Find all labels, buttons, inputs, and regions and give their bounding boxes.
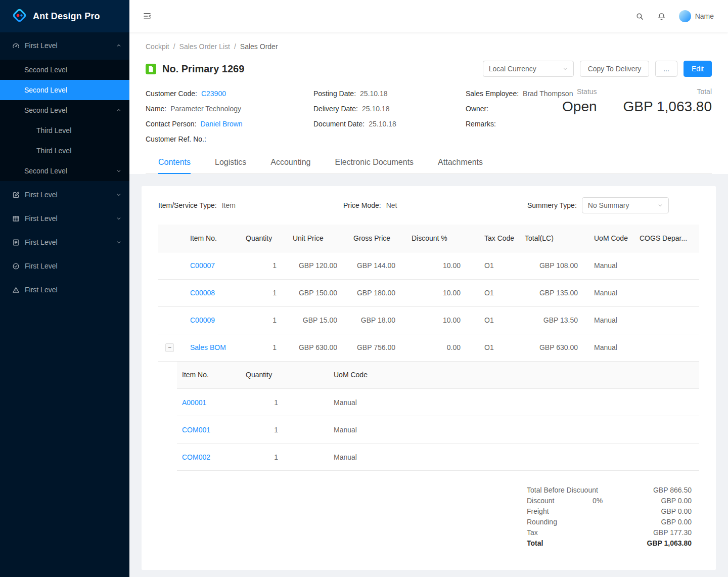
gross-price-cell[interactable]: GBP 18.00 [345, 306, 403, 334]
item-no-link[interactable]: C00008 [190, 289, 215, 297]
sidebar-item-first-level-profile[interactable]: First Level [0, 232, 129, 252]
sidebar-item-second-level-4[interactable]: Second Level [0, 161, 129, 181]
total-label: Total [623, 86, 712, 97]
customer-code-link[interactable]: C23900 [201, 90, 226, 98]
profile-icon [12, 239, 20, 246]
sidebar-item-second-level-2-selected[interactable]: Second Level [0, 80, 129, 100]
unit-price-cell[interactable]: GBP 15.00 [285, 306, 345, 334]
sidebar-item-label: Second Level [24, 106, 67, 114]
sidebar-item-label: First Level [25, 238, 58, 246]
bom-table-row: A00001 1 Manual [177, 389, 699, 416]
totals-label: Freight [527, 506, 593, 517]
sidebar-item-first-level-table[interactable]: First Level [0, 208, 129, 229]
sidebar-item-label: Third Level [36, 126, 71, 135]
totals-value: GBP 866.50 [653, 485, 692, 496]
sidebar-item-third-level-2[interactable]: Third Level [0, 141, 129, 161]
totals-row: Rounding GBP 0.00 [527, 517, 692, 527]
unit-price-cell[interactable]: GBP 150.00 [285, 279, 345, 306]
bom-column-header-uom-code: UoM Code [283, 362, 699, 389]
sidebar-item-second-level-3[interactable]: Second Level [0, 100, 129, 120]
gross-price-cell[interactable]: GBP 180.00 [345, 279, 403, 306]
status-value: Open [562, 97, 597, 116]
sidebar-item-first-level-form[interactable]: First Level [0, 185, 129, 205]
expand-cell: − [158, 334, 182, 361]
bom-uom-code-cell: Manual [283, 416, 699, 443]
chevron-up-icon [116, 108, 121, 113]
totals-row: Total Before Discuount GBP 866.50 [527, 485, 692, 496]
unit-price-cell[interactable]: GBP 120.00 [285, 252, 345, 279]
tax-code-cell: O1 [469, 306, 517, 334]
sidebar-item-label: Second Level [24, 167, 67, 175]
sidebar-item-label: Second Level [24, 86, 67, 94]
sidebar-item-first-level-result[interactable]: First Level [0, 256, 129, 276]
total-block: Total GBP 1,063.80 [623, 86, 712, 116]
bell-icon[interactable] [657, 12, 666, 21]
sidebar-item-label: Third Level [36, 147, 71, 155]
cogs-cell [631, 334, 699, 361]
details-column-1: Customer Code:C23900 Name:Parameter Tech… [146, 86, 313, 147]
sidebar-item-first-level-exception[interactable]: First Level [0, 280, 129, 300]
status-block: Status Open [562, 86, 597, 116]
bom-item-no-link[interactable]: COM002 [182, 453, 210, 461]
breadcrumb-item-cockpit[interactable]: Cockpit [146, 42, 169, 51]
items-table-header: Item No. Quantity Unit Price Gross Price… [158, 225, 699, 252]
tab-logistics[interactable]: Logistics [215, 152, 246, 174]
sidebar-item-label: First Level [25, 286, 58, 294]
bom-quantity-cell: 1 [241, 416, 283, 443]
item-no-link[interactable]: C00009 [190, 316, 215, 324]
sidebar-submenu: Second Level Second Level Second Level T… [0, 60, 129, 181]
currency-select[interactable]: Local Currency [483, 61, 574, 77]
bom-item-no-link[interactable]: COM001 [182, 426, 210, 434]
tax-code-cell: O1 [469, 279, 517, 306]
expand-column-header [158, 225, 182, 252]
edit-button[interactable]: Edit [684, 61, 712, 77]
field-label: Contact Person: [146, 120, 196, 128]
price-mode: Price Mode: Net [343, 201, 527, 209]
summary-type-value: No Summary [588, 201, 629, 209]
discount-cell[interactable]: 10.00 [403, 279, 469, 306]
discount-cell[interactable]: 10.00 [403, 306, 469, 334]
cogs-cell [631, 279, 699, 306]
tab-electronic-documents[interactable]: Electronic Documents [335, 152, 414, 174]
bom-table-row: COM002 1 Manual [177, 443, 699, 471]
item-no-link[interactable]: C00007 [190, 261, 215, 270]
totals-label: Rounding [527, 517, 593, 527]
document-date-value: 25.10.18 [369, 120, 396, 128]
chevron-down-icon [116, 192, 121, 197]
totals-row: Discount 0% GBP 0.00 [527, 496, 692, 506]
discount-cell[interactable]: 10.00 [403, 252, 469, 279]
table-row-sales-bom: − Sales BOM 1 GBP 630.00 GBP 756.00 0.00… [158, 334, 699, 361]
bom-item-no-link[interactable]: A00001 [182, 398, 206, 407]
tab-attachments[interactable]: Attachments [438, 152, 483, 174]
contact-person-link[interactable]: Daniel Brown [200, 120, 242, 128]
field-label: Document Date: [313, 120, 365, 128]
table-icon [12, 215, 20, 223]
tab-accounting[interactable]: Accounting [270, 152, 310, 174]
collapse-row-icon[interactable]: − [165, 343, 174, 352]
totals-value: GBP 177.30 [653, 527, 692, 538]
sidebar-item-second-level-1[interactable]: Second Level [0, 60, 129, 80]
breadcrumb-item-sales-order-list[interactable]: Sales Order List [179, 42, 230, 51]
card-meta-row: Item/Service Type: Item Price Mode: Net … [158, 197, 699, 213]
logo[interactable]: Ant Design Pro [0, 0, 129, 32]
totals-label: Tax [527, 527, 593, 538]
sidebar-item-third-level-1[interactable]: Third Level [0, 120, 129, 141]
bom-quantity-cell: 1 [241, 389, 283, 416]
sidebar-item-first-level-dashboard[interactable]: First Level [0, 35, 129, 56]
search-icon[interactable] [635, 12, 644, 21]
user-name[interactable]: Name [695, 12, 714, 20]
summary-type-select[interactable]: No Summary [582, 197, 669, 213]
more-actions-button[interactable]: ... [655, 61, 677, 77]
tab-contents[interactable]: Contents [158, 152, 191, 174]
total-lc-cell: GBP 135.00 [517, 279, 586, 306]
gross-price-cell[interactable]: GBP 144.00 [345, 252, 403, 279]
breadcrumb-item-sales-order: Sales Order [240, 42, 278, 51]
expanded-row-content: Item No. Quantity UoM Code A00001 [158, 361, 699, 471]
cogs-cell [631, 252, 699, 279]
item-service-type: Item/Service Type: Item [158, 201, 343, 209]
menu-fold-icon[interactable] [143, 12, 152, 21]
item-no-link[interactable]: Sales BOM [190, 343, 226, 351]
copy-to-delivery-button[interactable]: Copy To Delivery [580, 61, 650, 77]
avatar[interactable] [679, 10, 691, 22]
customer-name-value: Parameter Technology [170, 105, 241, 113]
